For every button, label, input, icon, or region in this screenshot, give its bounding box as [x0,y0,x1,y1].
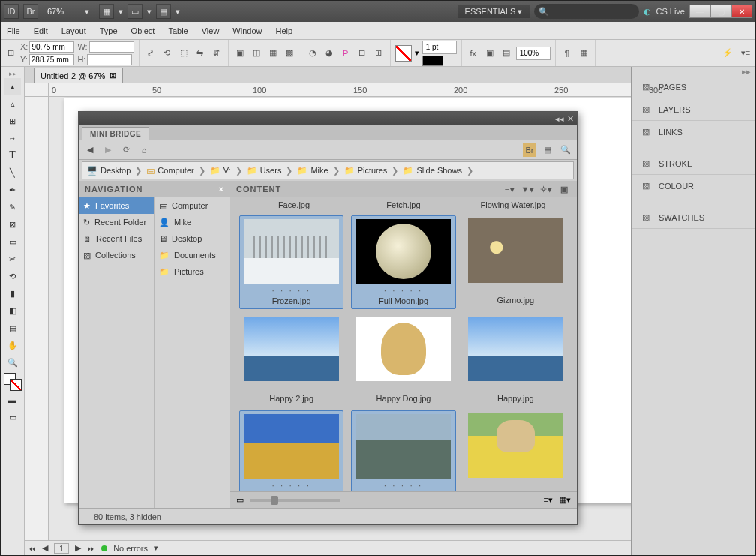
page-first-icon[interactable]: ⏮ [28,544,36,553]
nav-item-recent-files[interactable]: 🗎Recent Files [79,230,154,247]
menu-table[interactable]: Table [168,26,188,35]
panel-colour[interactable]: ▧COLOUR [632,175,755,197]
breadcrumb-separator-icon[interactable]: ❯ [392,166,398,176]
workspace-selector[interactable]: ESSENTIALS ▾ [458,5,530,18]
fit2-icon[interactable]: ▩ [283,47,296,60]
x-field[interactable] [29,41,74,53]
scissors-tool[interactable]: ✂ [4,251,21,267]
thumbnail[interactable]: Happy Dog.jpg [351,314,455,406]
breadcrumb-item[interactable]: 📁 Mike [297,166,328,176]
y-field[interactable] [29,54,74,65]
line-tool[interactable]: ╲ [4,164,21,181]
stroke-weight-field[interactable] [422,41,457,54]
panel-titlebar[interactable]: ◂◂ ✕ [79,112,577,125]
page-prev-icon[interactable]: ◀ [42,543,48,553]
breadcrumb-item[interactable]: 🖥️ Desktop [87,166,130,176]
panel-links[interactable]: ▧LINKS [632,121,755,143]
nav-item-desktop[interactable]: 🖥Desktop [154,230,230,247]
close-tab-icon[interactable]: ⊠ [110,71,116,80]
panel-grip-icon[interactable]: ▸▸ [1,70,24,77]
wrap2-icon[interactable]: ▤ [500,47,513,60]
preview-toggle-icon[interactable]: ▭ [236,495,244,505]
hand-tool[interactable]: 🔍 [4,354,21,371]
status-menu-icon[interactable]: ▾ [154,543,158,553]
h-field[interactable] [87,54,132,65]
place-icon[interactable]: ▣ [557,182,571,196]
pencil-tool[interactable]: ✎ [4,199,21,215]
gap-tool[interactable]: ↔ [4,130,21,146]
nav-back-icon[interactable]: ◀ [83,143,97,157]
cslive-label[interactable]: CS Live [656,7,685,16]
nav-item-collections[interactable]: ▧Collections [79,247,154,263]
corner-icon[interactable]: ◔ [306,47,320,60]
nav-item-computer[interactable]: 🖴Computer [154,197,230,214]
rectangle-frame-tool[interactable]: ⊠ [4,216,21,233]
gradient-feather-tool[interactable]: ◧ [4,302,21,319]
align-icon[interactable]: ⊟ [356,47,369,60]
direct-selection-tool[interactable]: ▵ [4,95,21,112]
sort-icon[interactable]: ≡▾ [503,182,517,196]
breadcrumb-bar[interactable]: 🖥️ Desktop❯🖴 Computer❯📁 V:❯📁 Users❯📁 Mik… [82,161,574,179]
panel-menu-icon[interactable]: ▾≡ [739,47,752,60]
styles-icon[interactable]: ¶ [560,47,574,60]
breadcrumb-separator-icon[interactable]: ❯ [333,166,340,176]
wrap-icon[interactable]: ▣ [483,47,496,60]
distribute-icon[interactable]: ⊞ [372,47,386,60]
opacity-field[interactable] [516,47,550,60]
breadcrumb-item[interactable]: 📁 Users [247,166,282,176]
flip-v-icon[interactable]: ⇵ [210,47,224,60]
chevron-down-icon[interactable]: ▾ [176,7,180,17]
breadcrumb-separator-icon[interactable]: ❯ [135,166,142,176]
nav-forward-icon[interactable]: ▶ [101,143,115,157]
thumbnail[interactable]: Gizmo.jpg [464,215,568,309]
shear-icon[interactable]: ⬚ [177,47,190,60]
page-last-icon[interactable]: ⏭ [87,544,95,553]
mini-bridge-tab[interactable]: MINI BRIDGE [82,127,149,140]
view-mode-icon[interactable]: ▭ [4,409,21,425]
breadcrumb-separator-icon[interactable]: ❯ [286,166,292,176]
close-button[interactable]: ✕ [731,5,752,18]
rotate-icon[interactable]: ⟲ [160,47,174,60]
bridge-icon[interactable]: Br [23,4,38,19]
thumbnail[interactable]: Happy.jpg [464,314,568,406]
stroke-style[interactable] [422,56,443,66]
type-tool[interactable]: T [4,147,21,164]
breadcrumb-item[interactable]: 📁 V: [210,166,231,176]
nav-item-favorites[interactable]: ★Favorites [79,197,154,214]
view-grid-icon[interactable]: ▦▾ [559,495,571,505]
breadcrumb-separator-icon[interactable]: ❯ [199,166,206,176]
view-list-icon[interactable]: ≡▾ [544,495,553,505]
filter-icon[interactable]: ▼▾ [521,182,535,196]
scale-icon[interactable]: ⤢ [144,47,158,60]
cslive-icon[interactable]: ◐ [644,7,651,17]
note-tool[interactable]: ▤ [4,320,21,336]
breadcrumb-separator-icon[interactable]: ❯ [236,166,242,176]
breadcrumb-item[interactable]: 🖴 Computer [146,166,194,175]
dropdown-arrow-icon[interactable]: ▾ [85,7,89,17]
menu-type[interactable]: Type [100,26,118,35]
eyedropper-tool[interactable]: ✋ [4,337,21,353]
maximize-button[interactable]: ▢ [710,5,731,18]
flip-h-icon[interactable]: ⇋ [194,47,207,60]
reload-icon[interactable]: ⟳ [119,143,133,157]
effects-icon[interactable]: fx [466,47,480,60]
collapse-icon[interactable]: ◂◂ [555,114,564,124]
search-icon[interactable]: 🔍 [559,143,572,157]
menu-help[interactable]: Help [275,26,292,35]
thumbnail[interactable]: · · · · ·House.jpg [351,410,455,491]
reference-point-icon[interactable]: ⊞ [4,47,17,60]
breadcrumb-separator-icon[interactable]: ❯ [466,166,473,176]
menu-object[interactable]: Object [131,26,155,35]
zoom-level[interactable]: 67% [43,7,80,16]
thumbnail[interactable]: Kyra.jpg [464,410,568,491]
goto-bridge-icon[interactable]: Br [523,143,536,157]
page-tool[interactable]: ⊞ [4,113,21,129]
minimize-button[interactable]: — [689,5,710,18]
nav-item-mike[interactable]: 👤Mike [154,214,230,230]
menu-edit[interactable]: Edit [34,26,48,35]
breadcrumb-item[interactable]: 📁 Pictures [344,166,388,176]
menu-view[interactable]: View [202,26,220,35]
menu-window[interactable]: Window [232,26,262,35]
panel-layers[interactable]: ▧LAYERS [632,98,755,121]
screen-mode-icon[interactable]: ▭ [128,4,142,19]
